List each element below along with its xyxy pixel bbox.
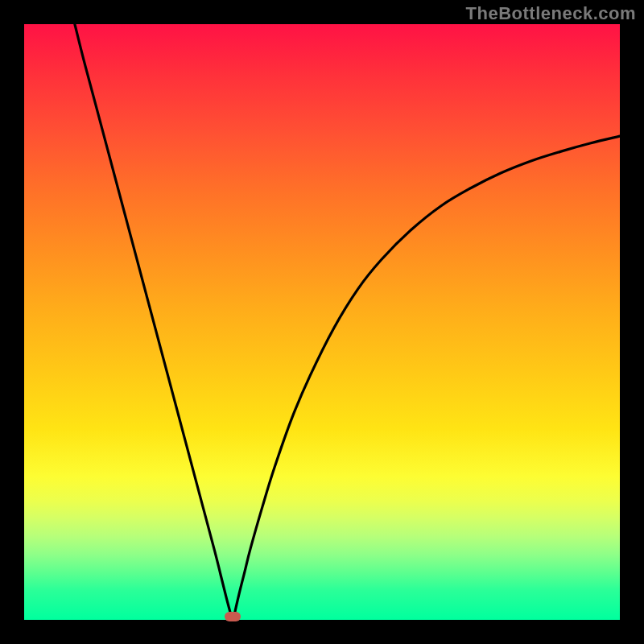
curve-left-branch (75, 24, 232, 617)
chart-frame: TheBottleneck.com (0, 0, 644, 644)
vertex-marker (225, 612, 241, 621)
curve-right-branch (233, 136, 620, 617)
watermark-text: TheBottleneck.com (466, 3, 636, 24)
curve-layer (24, 24, 620, 620)
